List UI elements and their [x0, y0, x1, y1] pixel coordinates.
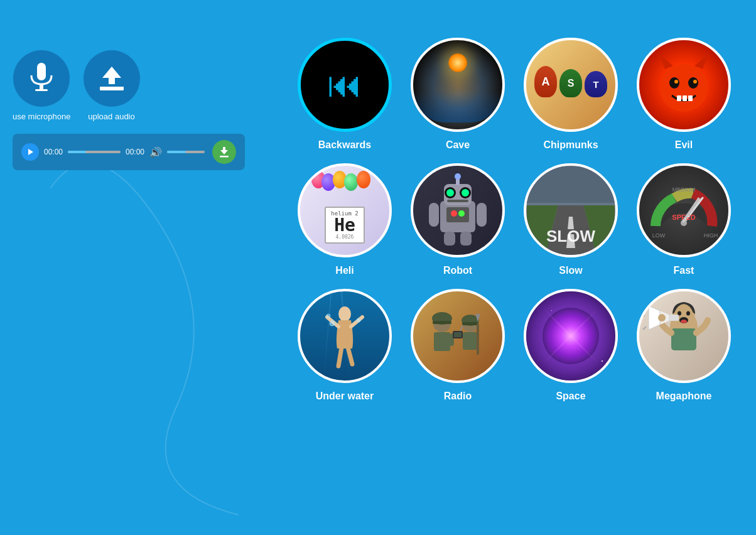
svg-rect-35 [460, 232, 472, 246]
effect-circle-megaphone [637, 289, 731, 383]
microphone-circle [13, 50, 70, 107]
effect-circle-cave [411, 38, 505, 132]
svg-line-55 [348, 347, 352, 364]
svg-point-10 [660, 64, 708, 112]
svg-rect-36 [527, 166, 615, 204]
effect-fast[interactable]: LOW MEDIUM HIGH SPEED Fast [630, 163, 737, 276]
svg-rect-69 [462, 322, 478, 325]
svg-point-13 [674, 80, 678, 84]
effect-label-evil: Evil [675, 139, 693, 151]
effect-label-robot: Robot [443, 265, 472, 276]
svg-text:SLOW: SLOW [546, 227, 595, 246]
effect-circle-robot [411, 163, 505, 257]
svg-point-78 [681, 320, 687, 323]
svg-rect-65 [454, 332, 462, 337]
input-buttons: use microphone upload audio [13, 50, 276, 121]
svg-rect-2 [35, 89, 48, 91]
svg-line-85 [643, 327, 646, 330]
upload-label: upload audio [88, 112, 134, 121]
svg-text:LOW: LOW [652, 232, 666, 239]
effect-cave[interactable]: Cave [404, 38, 511, 151]
svg-point-76 [686, 311, 690, 316]
svg-point-11 [669, 77, 679, 89]
svg-point-31 [458, 210, 465, 217]
microphone-label: use microphone [13, 112, 71, 121]
svg-line-53 [351, 317, 362, 327]
effect-evil[interactable]: Evil [630, 38, 737, 151]
effect-circle-heli: helium 2 He 4.0026 [298, 163, 392, 257]
svg-point-27 [465, 190, 468, 193]
effect-slow[interactable]: SLOW Slow [517, 163, 624, 276]
svg-rect-29 [446, 207, 469, 222]
svg-rect-7 [220, 156, 229, 158]
svg-point-21 [455, 173, 461, 180]
effect-label-fast: Fast [674, 265, 694, 276]
time-total: 00:00 [126, 148, 144, 156]
svg-text:MEDIUM: MEDIUM [672, 186, 696, 193]
svg-rect-4 [100, 87, 124, 90]
download-button[interactable] [212, 140, 236, 164]
svg-rect-61 [433, 321, 451, 324]
svg-point-51 [338, 306, 351, 322]
effect-circle-radio [411, 289, 505, 383]
effect-circle-underwater [298, 289, 392, 383]
svg-point-57 [327, 314, 330, 318]
effect-label-megaphone: Megaphone [656, 391, 712, 402]
audio-player: 00:00 00:00 🔊 [13, 134, 245, 170]
svg-rect-0 [37, 63, 46, 80]
svg-line-54 [338, 347, 342, 366]
time-current: 00:00 [44, 148, 63, 156]
svg-point-25 [462, 189, 469, 197]
svg-point-12 [688, 77, 698, 89]
svg-line-83 [643, 305, 646, 308]
volume-fill [167, 151, 186, 153]
svg-rect-70 [463, 332, 478, 350]
volume-icon: 🔊 [149, 146, 162, 158]
effect-space[interactable]: Space [517, 289, 624, 402]
upload-audio-button[interactable]: upload audio [84, 50, 140, 121]
svg-marker-9 [694, 53, 709, 69]
effect-heli[interactable]: helium 2 He 4.0026 Heli [291, 163, 398, 276]
effect-label-heli: Heli [335, 265, 354, 276]
effect-megaphone[interactable]: Megaphone [630, 289, 737, 402]
progress-bar[interactable] [68, 151, 121, 153]
svg-rect-71 [477, 323, 479, 355]
svg-point-30 [451, 210, 457, 217]
svg-rect-42 [527, 203, 615, 205]
svg-rect-16 [683, 95, 687, 101]
effect-label-chipmunks: Chipmunks [543, 139, 598, 151]
effects-grid: ⏮ Backwards Cave A S T [291, 38, 737, 402]
progress-fill [68, 151, 86, 153]
volume-bar[interactable] [167, 151, 205, 153]
svg-rect-17 [688, 95, 693, 101]
effect-circle-slow: SLOW [524, 163, 618, 257]
use-microphone-button[interactable]: use microphone [13, 50, 71, 121]
svg-rect-15 [677, 95, 681, 101]
svg-rect-1 [40, 84, 43, 89]
effect-underwater[interactable]: Under water [291, 289, 398, 402]
effect-backwards[interactable]: ⏮ Backwards [291, 38, 398, 151]
effect-chipmunks[interactable]: A S T Chipmunks [517, 38, 624, 151]
effect-label-cave: Cave [446, 139, 470, 151]
svg-text:HIGH: HIGH [704, 232, 718, 239]
effect-label-radio: Radio [444, 391, 472, 402]
effect-circle-fast: LOW MEDIUM HIGH SPEED [637, 163, 731, 257]
effect-label-backwards: Backwards [318, 139, 372, 151]
svg-rect-28 [447, 200, 468, 202]
play-button[interactable] [21, 143, 39, 161]
effect-circle-evil [637, 38, 731, 132]
effect-radio[interactable]: Radio [404, 289, 511, 402]
effect-robot[interactable]: Robot [404, 163, 511, 276]
effect-circle-chipmunks: A S T [524, 38, 618, 132]
svg-rect-81 [669, 315, 679, 321]
svg-rect-33 [477, 203, 487, 227]
svg-rect-62 [434, 332, 450, 351]
effect-label-underwater: Under water [316, 391, 374, 402]
svg-rect-32 [429, 203, 439, 227]
effect-circle-space [524, 289, 618, 383]
svg-point-58 [357, 318, 360, 322]
backwards-icon: ⏮ [327, 67, 362, 102]
cave-visual [414, 41, 502, 129]
svg-point-24 [446, 189, 454, 197]
svg-marker-6 [220, 147, 228, 154]
